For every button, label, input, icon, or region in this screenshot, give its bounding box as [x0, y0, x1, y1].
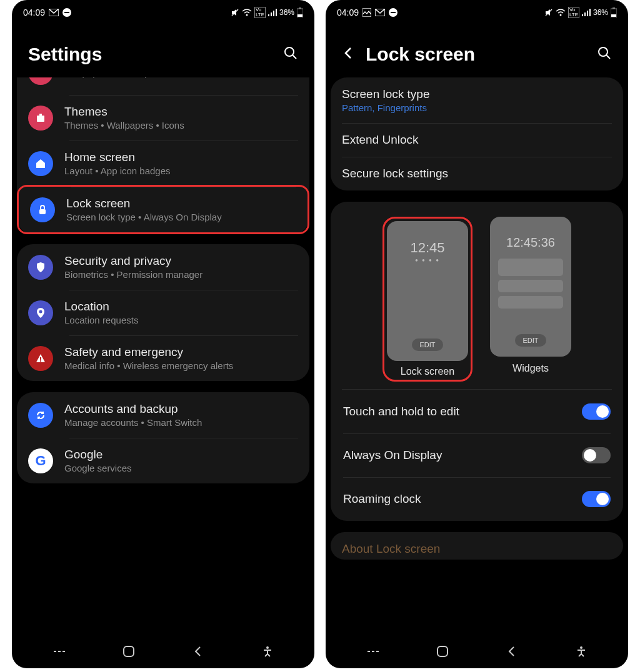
- dnd-icon: [62, 8, 71, 17]
- settings-item-home-screen[interactable]: Home screen Layout • App icon badges: [17, 141, 309, 186]
- preview-widgets[interactable]: 12:45:36 EDIT Widgets: [490, 217, 571, 382]
- settings-item-subtitle: Layout • App icon badges: [64, 166, 171, 176]
- edit-button[interactable]: EDIT: [412, 338, 442, 351]
- settings-item-themes[interactable]: Themes Themes • Wallpapers • Icons: [17, 95, 309, 141]
- dnd-icon: [389, 8, 398, 17]
- nav-accessibility[interactable]: [569, 646, 594, 657]
- nav-back[interactable]: [499, 646, 524, 657]
- item-screen-lock-type[interactable]: Screen lock type Pattern, Fingerprints: [331, 77, 623, 123]
- settings-item-wallpaper[interactable]: Wallpapers • Color palette: [17, 77, 309, 95]
- svg-rect-37: [611, 14, 616, 17]
- toggle-label: Always On Display: [343, 448, 442, 462]
- svg-rect-10: [299, 7, 301, 9]
- header: Lock screen: [326, 25, 628, 77]
- nav-bar: [12, 635, 314, 668]
- search-icon: [283, 46, 298, 61]
- item-title: Extend Unlock: [342, 133, 419, 147]
- mute-icon: [231, 8, 239, 17]
- svg-point-12: [285, 47, 294, 56]
- signal-icon: [582, 9, 591, 16]
- preview-label: Widgets: [512, 363, 549, 374]
- svg-rect-5: [268, 14, 269, 16]
- sync-icon: [28, 403, 53, 428]
- settings-item-accounts[interactable]: Accounts and backup Manage accounts • Sm…: [17, 392, 309, 438]
- svg-rect-2: [64, 12, 69, 13]
- settings-item-subtitle: Wallpapers • Color palette: [64, 77, 172, 78]
- themes-icon: [28, 106, 53, 131]
- nav-accessibility[interactable]: [255, 646, 280, 657]
- settings-item-title: Location: [64, 300, 138, 314]
- settings-item-lock-screen[interactable]: Lock screen Screen lock type • Always On…: [17, 185, 309, 234]
- pin-icon: [28, 300, 53, 325]
- nav-recents[interactable]: [361, 646, 386, 657]
- svg-point-24: [266, 646, 269, 649]
- svg-rect-6: [271, 12, 272, 16]
- settings-list: Wallpapers • Color palette Themes Themes…: [12, 77, 314, 635]
- settings-item-subtitle: Biometrics • Permission manager: [64, 269, 202, 280]
- svg-rect-15: [39, 114, 42, 116]
- google-icon: G: [28, 448, 53, 473]
- toggle-switch[interactable]: [582, 447, 611, 463]
- nav-recents[interactable]: [47, 646, 72, 657]
- svg-rect-11: [298, 14, 302, 17]
- settings-item-title: Home screen: [64, 151, 171, 164]
- nav-home[interactable]: [430, 645, 455, 658]
- toggle-touch-hold-edit[interactable]: Touch and hold to edit: [331, 390, 623, 433]
- svg-rect-19: [40, 360, 41, 362]
- settings-item-subtitle: Medical info • Wireless emergency alerts: [64, 360, 233, 371]
- back-button[interactable]: [342, 46, 354, 63]
- header: Settings: [12, 25, 314, 77]
- toggle-switch[interactable]: [582, 491, 611, 507]
- svg-rect-7: [273, 11, 274, 16]
- lock-icon: [30, 197, 55, 222]
- settings-item-subtitle: Themes • Wallpapers • Icons: [64, 120, 184, 131]
- svg-line-39: [606, 55, 610, 59]
- item-title: Screen lock type: [342, 87, 429, 101]
- wifi-icon: [242, 9, 252, 16]
- settings-item-subtitle: Screen lock type • Always On Display: [66, 212, 222, 222]
- widget-placeholder-icon: [498, 296, 563, 309]
- nav-home[interactable]: [116, 645, 141, 658]
- nav-back[interactable]: [186, 646, 211, 657]
- svg-point-30: [559, 14, 561, 16]
- item-extend-unlock[interactable]: Extend Unlock: [331, 123, 623, 157]
- settings-item-subtitle: Manage accounts • Smart Switch: [64, 417, 202, 428]
- preview-dots-icon: ● ● ● ●: [415, 257, 440, 263]
- wifi-icon: [556, 9, 566, 16]
- search-button[interactable]: [283, 46, 298, 63]
- settings-item-subtitle: Location requests: [64, 315, 138, 325]
- status-bar: 04:09 VoLTE 36%: [326, 0, 628, 25]
- svg-rect-18: [40, 357, 41, 360]
- preview-area: 12:45 ● ● ● ● EDIT Lock screen 12:45:36 …: [331, 202, 623, 389]
- item-secure-lock[interactable]: Secure lock settings: [331, 157, 623, 190]
- settings-item-title: Safety and emergency: [64, 345, 233, 359]
- toggle-label: Touch and hold to edit: [343, 405, 459, 418]
- settings-item-subtitle: Google services: [64, 463, 132, 473]
- toggle-always-on-display[interactable]: Always On Display: [331, 433, 623, 477]
- svg-rect-32: [584, 12, 586, 16]
- alert-icon: [28, 346, 53, 371]
- svg-rect-14: [37, 116, 44, 122]
- wallpaper-icon: [28, 77, 53, 85]
- settings-item-google[interactable]: G Google Google services: [17, 438, 309, 483]
- search-button[interactable]: [597, 46, 612, 63]
- settings-item-security[interactable]: Security and privacy Biometrics • Permis…: [17, 244, 309, 290]
- preview-lock-screen[interactable]: 12:45 ● ● ● ● EDIT Lock screen: [382, 217, 472, 382]
- svg-line-13: [292, 55, 296, 59]
- search-icon: [597, 46, 612, 61]
- gmail-icon: [375, 9, 385, 16]
- item-title: About Lock screen: [342, 542, 440, 556]
- mute-icon: [544, 8, 553, 17]
- edit-button[interactable]: EDIT: [515, 334, 546, 347]
- status-time: 04:09: [23, 7, 45, 17]
- svg-rect-23: [124, 646, 134, 656]
- item-about-lock-screen[interactable]: About Lock screen: [331, 532, 623, 560]
- signal-icon: [268, 9, 277, 16]
- lockscreen-settings-content: Screen lock type Pattern, Fingerprints E…: [326, 77, 628, 635]
- preview-label: Lock screen: [387, 366, 468, 377]
- toggle-switch[interactable]: [582, 403, 611, 420]
- settings-item-safety[interactable]: Safety and emergency Medical info • Wire…: [17, 335, 309, 381]
- settings-item-location[interactable]: Location Location requests: [17, 290, 309, 335]
- preview-time: 12:45:36: [506, 235, 555, 250]
- toggle-roaming-clock[interactable]: Roaming clock: [331, 477, 623, 521]
